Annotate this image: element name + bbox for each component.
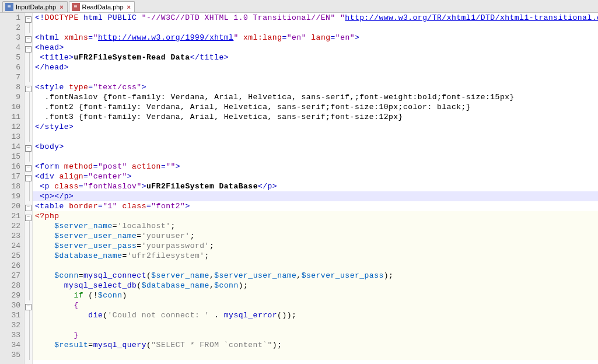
fold-marker [25,62,32,72]
line-number: 15 [0,152,20,162]
code-line[interactable]: { [33,300,598,310]
fold-marker [25,350,32,360]
close-icon[interactable]: × [127,4,131,10]
code-line[interactable]: <html xmlns="http://www.w3.org/1999/xhtm… [33,33,598,43]
code-line[interactable]: $conn=mysql_connect($server_name,$server… [33,271,598,281]
fold-marker [25,241,32,251]
fold-marker [25,281,32,290]
code-line[interactable]: <p class="fontNaslov">uFR2FileSystem Dat… [33,181,598,191]
fold-marker [25,72,32,82]
fold-marker [25,290,32,300]
code-line[interactable]: mysql_select_db($database_name,$conn); [33,281,598,290]
code-line[interactable]: .font2 {font-family: Verdana, Arial, Hel… [33,102,598,112]
fold-marker [25,92,32,102]
fold-column[interactable]: −−−−−−−−−− [25,13,33,364]
fold-marker [25,251,32,261]
code-line[interactable]: <form method="post" action=""> [33,162,598,172]
code-line[interactable]: <p></p> [33,191,598,201]
line-number: 24 [0,241,20,251]
fold-marker[interactable]: − [25,13,32,23]
code-line[interactable] [33,23,598,33]
tab-label: ReadData.php [82,4,124,10]
code-line[interactable] [33,320,598,330]
fold-marker[interactable]: − [25,82,32,92]
line-number: 1 [0,13,20,23]
line-number: 8 [0,82,20,92]
code-line[interactable]: if (!$conn) [33,290,598,300]
code-line[interactable]: $server_user_name='youruser'; [33,231,598,241]
close-icon[interactable]: × [60,4,63,10]
line-number: 28 [0,281,20,290]
line-number: 16 [0,162,20,172]
fold-marker [25,191,32,201]
line-number: 25 [0,251,20,261]
tab-inputdata-php[interactable]: ≡InputData.php× [2,1,68,12]
code-line[interactable]: .fontNaslov {font-family: Verdana, Arial… [33,92,598,102]
fold-marker[interactable]: − [25,162,32,172]
line-number-gutter: 1234567891011121314151617181920212223242… [0,13,25,364]
code-line[interactable]: </style> [33,122,598,132]
fold-marker[interactable]: − [25,172,32,181]
code-line[interactable] [33,350,598,360]
code-line[interactable] [33,72,598,82]
tab-readdata-php[interactable]: ≡ReadData.php× [69,1,135,12]
code-line[interactable]: $result=mysql_query("SELECT * FROM `cont… [33,340,598,350]
line-number: 34 [0,340,20,350]
line-number: 7 [0,72,20,82]
code-line[interactable] [33,132,598,142]
line-number: 18 [0,181,20,191]
line-number: 10 [0,102,20,112]
line-number: 35 [0,350,20,360]
code-line[interactable]: <?php [33,211,598,221]
fold-marker [25,181,32,191]
line-number: 14 [0,142,20,152]
code-line[interactable]: $server_user_pass='yourpassword'; [33,241,598,251]
code-line[interactable]: die('Could not connect: ' . mysql_error(… [33,310,598,320]
fold-marker[interactable]: − [25,142,32,152]
line-number: 2 [0,23,20,33]
fold-marker[interactable]: − [25,33,32,43]
editor-area[interactable]: 1234567891011121314151617181920212223242… [0,13,598,364]
code-line[interactable] [33,152,598,162]
code-line[interactable]: <div align="center"> [33,172,598,181]
code-line[interactable]: </head> [33,62,598,72]
line-number: 31 [0,310,20,320]
fold-marker [25,330,32,340]
code-line[interactable]: <head> [33,43,598,52]
fold-marker [25,52,32,62]
code-line[interactable]: $server_name='localhost'; [33,221,598,231]
code-line[interactable]: <style type="text/css"> [33,82,598,92]
code-line[interactable]: <table border="1" class="font2"> [33,201,598,211]
fold-marker[interactable]: − [25,43,32,52]
fold-marker[interactable]: − [25,300,32,310]
code-line[interactable]: .font3 {font-family: Verdana, Arial, Hel… [33,112,598,122]
line-number: 3 [0,33,20,43]
fold-marker[interactable]: − [25,201,32,211]
code-line[interactable]: $database_name='ufr2filesystem'; [33,251,598,261]
fold-marker [25,320,32,330]
tab-bar: ≡InputData.php×≡ReadData.php× [0,0,598,13]
code-line[interactable]: <body> [33,142,598,152]
code-line[interactable]: <!DOCTYPE html PUBLIC "-//W3C//DTD XHTML… [33,13,598,23]
code-line[interactable]: } [33,330,598,340]
line-number: 22 [0,221,20,231]
code-line[interactable] [33,261,598,271]
file-icon: ≡ [72,3,80,11]
fold-marker [25,221,32,231]
fold-marker [25,152,32,162]
fold-marker [25,132,32,142]
line-number: 13 [0,132,20,142]
line-number: 29 [0,290,20,300]
line-number: 12 [0,122,20,132]
line-number: 26 [0,261,20,271]
line-number: 33 [0,330,20,340]
code-line[interactable]: <title>uFR2FileSystem-Read Data</title> [33,52,598,62]
fold-marker [25,261,32,271]
line-number: 19 [0,191,20,201]
fold-marker [25,231,32,241]
code-content[interactable]: <!DOCTYPE html PUBLIC "-//W3C//DTD XHTML… [33,13,598,364]
fold-marker [25,340,32,350]
fold-marker [25,122,32,132]
line-number: 27 [0,271,20,281]
fold-marker[interactable]: − [25,211,32,221]
